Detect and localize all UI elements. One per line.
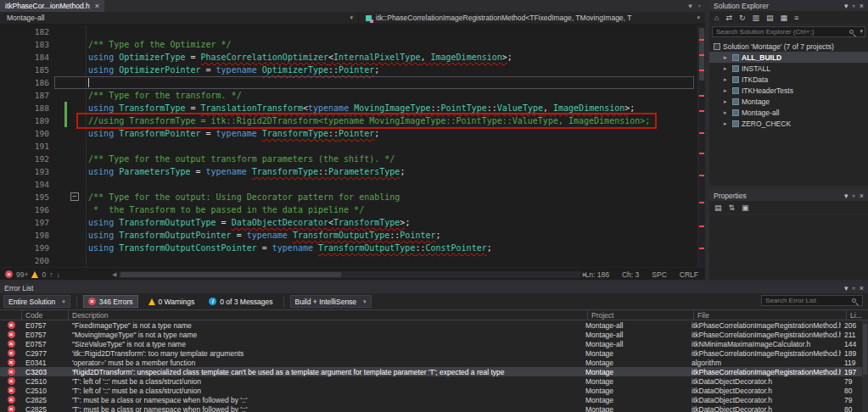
column-header-line[interactable]: Li... (847, 310, 868, 320)
code-line[interactable]: 187 /** Type for the transform. */ (0, 89, 705, 102)
expander-icon[interactable]: ▸ (724, 120, 730, 127)
indent-mode-indicator[interactable]: SPC (652, 270, 666, 279)
column-header-description[interactable]: Description (69, 310, 588, 320)
code-line[interactable]: 194 (0, 178, 705, 191)
panel-title-bar[interactable]: Solution Explorer ▾▫× (709, 0, 868, 11)
code-line[interactable]: 199 using TransformOutputConstPointer = … (0, 242, 705, 254)
code-line[interactable]: 185 using OptimizerPointer = typename Op… (0, 64, 705, 76)
solution-search-input[interactable] (712, 26, 865, 37)
error-row[interactable]: E0757"MovingImageType" is not a type nam… (0, 330, 862, 339)
pin-icon[interactable]: ▫ (853, 192, 855, 200)
code-line[interactable]: 182 (0, 25, 705, 38)
expander-icon[interactable]: ▸ (724, 87, 730, 94)
code-line[interactable]: 184 using OptimizerType = PhaseCorrelati… (0, 51, 705, 64)
messages-filter-button[interactable]: 0 of 3 Messages (204, 295, 277, 308)
code-line[interactable]: 183 /** Type of the Optimizer */ (0, 38, 705, 51)
expander-icon[interactable]: ▸ (724, 98, 730, 105)
code-line[interactable]: 192 /** Type for the output transform pa… (0, 153, 705, 165)
document-tab[interactable]: itkPhaseCor...ionMethod.h × (0, 0, 104, 12)
alphabetical-icon[interactable]: ⇅ (729, 203, 736, 212)
error-row[interactable]: C2825'T': must be a class or namespace w… (0, 395, 862, 404)
close-icon[interactable]: × (860, 192, 864, 200)
code-line[interactable]: 195− /** Type for the output: Using Deco… (0, 191, 705, 203)
menu-icon[interactable]: ≡ (794, 14, 798, 22)
error-search-input[interactable] (761, 295, 863, 306)
line-ending-indicator[interactable]: CRLF (680, 270, 698, 279)
previous-issue-icon[interactable]: ↑ (49, 270, 53, 279)
error-row[interactable]: C2977'itk::Rigid2DTransform': too many t… (0, 348, 862, 358)
sidebar-item-zero_check[interactable]: ▸ZERO_CHECK (709, 118, 868, 129)
code-line[interactable]: 191 (0, 140, 705, 153)
right-rail: Solution Explorer ▾▫× ⌂⇄↻▥▤▦≡ ▾ Solution… (705, 0, 868, 280)
code-line[interactable]: 186 (0, 76, 705, 89)
refresh-icon[interactable]: ↻ (739, 14, 746, 22)
sidebar-item-montage-all[interactable]: ▸Montage-all (709, 107, 868, 118)
home-icon[interactable]: ⌂ (714, 14, 719, 22)
sidebar-item-itkheadertests[interactable]: ▸ITKHeaderTests (709, 85, 868, 96)
document-list-chevron-icon[interactable]: ▾ (688, 2, 692, 10)
scrollbar-track[interactable] (119, 271, 580, 278)
code-line[interactable]: 193 using ParametersType = typename Tran… (0, 165, 705, 178)
error-row[interactable]: C3203'Rigid2DTransform': unspecialized c… (0, 367, 862, 376)
warnings-filter-button[interactable]: 0 Warnings (144, 295, 199, 308)
column-header-code[interactable]: Code (22, 310, 69, 320)
project-dropdown[interactable]: Montage-all ▾ (0, 12, 359, 24)
error-row[interactable]: E0757"SizeValueType" is not a type nameM… (0, 339, 862, 348)
categorized-icon[interactable]: ▤ (714, 203, 722, 212)
scope-filter-dropdown[interactable]: Entire Solution ▾ (3, 295, 70, 308)
column-header-file[interactable]: File (694, 310, 847, 320)
error-row[interactable]: E0341'operator=' must be a member functi… (0, 358, 862, 367)
sync-with-active-document-icon[interactable]: ⇄ (725, 14, 732, 22)
source-filter-dropdown[interactable]: Build + IntelliSense ▾ (290, 295, 372, 308)
code-line[interactable]: 196 * the Transform to be passed in the … (0, 203, 705, 216)
sidebar-item-montage[interactable]: ▸Montage (709, 96, 868, 107)
properties-icon[interactable]: ▦ (781, 14, 788, 22)
column-header-project[interactable]: Project (588, 310, 694, 320)
expander-icon[interactable]: ▸ (724, 109, 730, 116)
code-line[interactable]: 188 using TransformType = TranslationTra… (0, 102, 705, 114)
error-row[interactable]: C2825'T': must be a class or namespace w… (0, 404, 862, 412)
errors-filter-button[interactable]: 346 Errors (83, 295, 138, 308)
sidebar-item-install[interactable]: ▸INSTALL (709, 63, 868, 74)
column-header-severity[interactable] (0, 310, 22, 320)
show-all-files-icon[interactable]: ▥ (753, 14, 760, 22)
sidebar-item-itkdata[interactable]: ▸ITKData (709, 74, 868, 85)
error-row[interactable]: E0757"FixedImageType" is not a type name… (0, 320, 862, 330)
code-line[interactable]: 200 (0, 254, 705, 267)
next-issue-icon[interactable]: ↓ (56, 270, 59, 279)
solution-root-item[interactable]: Solution 'Montage' (7 of 7 projects) (709, 41, 868, 52)
code-line[interactable]: 190 using TransformPointer = typename Tr… (0, 127, 705, 140)
property-pages-icon[interactable]: ▣ (742, 203, 749, 212)
scroll-left-icon[interactable]: ◀ (112, 271, 116, 278)
chevron-down-icon[interactable]: ▾ (860, 28, 863, 35)
code-line[interactable]: 197 using TransformOutputType = DataObje… (0, 216, 705, 229)
scrollbar-thumb[interactable] (120, 272, 341, 277)
document-health-indicator[interactable]: 99+ 0 ↑ ↓ (5, 268, 60, 281)
expander-icon[interactable]: ▸ (724, 54, 730, 61)
pin-icon[interactable]: ▫ (853, 284, 855, 292)
editor-vertical-scrollbar[interactable] (697, 25, 705, 267)
expander-icon[interactable]: ▸ (724, 65, 730, 72)
scrollbar-thumb[interactable] (863, 324, 867, 375)
window-position-icon[interactable]: ▾ (844, 2, 848, 10)
code-line[interactable]: 198 using TransformOutputPointer = typen… (0, 229, 705, 242)
window-position-icon[interactable]: ▾ (844, 284, 848, 292)
collapse-all-icon[interactable]: ▤ (766, 14, 774, 22)
close-icon[interactable]: × (95, 3, 99, 10)
sidebar-item-all_build[interactable]: ▸ALL_BUILD (709, 52, 868, 63)
code-line[interactable]: 189 //using TransformType = itk::Rigid2D… (0, 114, 705, 127)
panel-title-bar[interactable]: Error List ▾▫× (0, 282, 868, 293)
close-icon[interactable]: × (860, 284, 864, 292)
close-icon[interactable]: × (860, 2, 864, 10)
editor-horizontal-scrollbar[interactable]: ◀ ▶ (112, 270, 587, 278)
expander-icon[interactable]: ▸ (724, 76, 730, 83)
pin-icon[interactable]: ▫ (853, 2, 855, 10)
panel-title-bar[interactable]: Properties ▾▫× (709, 190, 868, 201)
scope-dropdown[interactable]: itk::PhaseCorrelationImageRegistrationMe… (359, 12, 705, 24)
code-editor[interactable]: 182183 /** Type of the Optimizer */184 u… (0, 25, 705, 267)
error-row[interactable]: C2510'T': left of '::' must be a class/s… (0, 386, 862, 395)
error-list-scrollbar[interactable] (862, 320, 868, 412)
float-window-icon[interactable]: ▫ (698, 2, 701, 10)
error-row[interactable]: C2510'T': left of '::' must be a class/s… (0, 376, 862, 386)
window-position-icon[interactable]: ▾ (844, 192, 848, 200)
